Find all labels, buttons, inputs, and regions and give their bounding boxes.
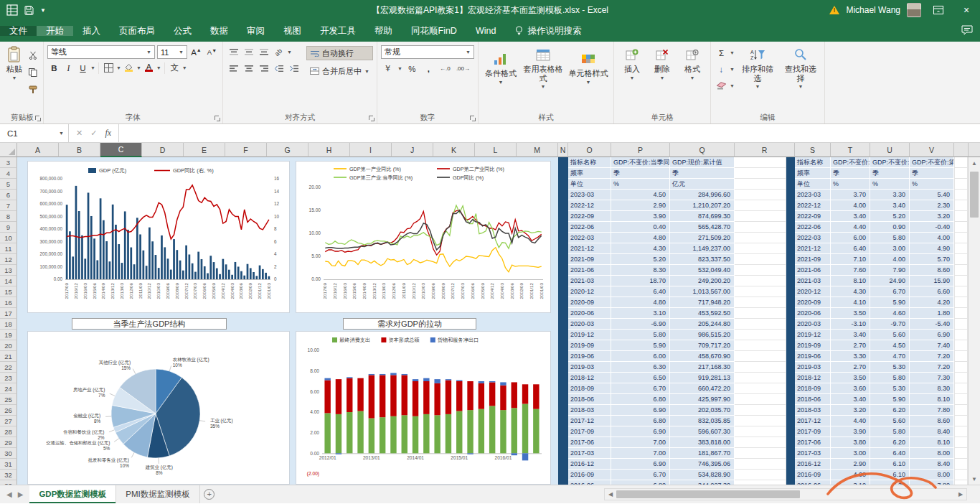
cell[interactable]: 8.40 — [910, 426, 954, 437]
ribbon-tab-4[interactable]: 公式 — [164, 26, 201, 36]
cell[interactable]: 4.00 — [831, 470, 870, 480]
row-header-20[interactable]: 20 — [0, 340, 17, 351]
increase-decimal-icon[interactable]: ←.0 — [438, 62, 452, 75]
chart-gdp-combo[interactable]: GDP (亿元)GDP同比 (右, %)0.00100,000.00200,00… — [27, 161, 290, 313]
cell[interactable]: 4.00 — [870, 254, 910, 265]
cell[interactable]: 4.60 — [870, 308, 910, 319]
cancel-entry-icon[interactable]: ✕ — [76, 129, 83, 138]
cell[interactable]: 6.30 — [611, 362, 670, 373]
ribbon-tab-9[interactable]: 帮助 — [365, 26, 402, 36]
cell[interactable]: 2020-06 — [568, 308, 611, 319]
cell[interactable]: 季 — [670, 168, 735, 179]
cell[interactable]: 5.20 — [611, 254, 670, 265]
row-header-15[interactable]: 15 — [0, 286, 17, 297]
vertical-scrollbar[interactable]: ▲ ▼ — [968, 157, 980, 485]
row-header-16[interactable]: 16 — [0, 297, 17, 308]
cell[interactable]: 596,607.30 — [670, 426, 735, 437]
cell[interactable]: GDP:不变价:第二产业 — [870, 157, 910, 168]
column-header-O[interactable]: O — [568, 143, 611, 157]
cell[interactable]: 2016-09 — [795, 470, 831, 480]
cell[interactable]: 2021-09 — [568, 254, 611, 265]
row-header-19[interactable]: 19 — [0, 330, 17, 340]
font-color-icon[interactable]: A — [142, 61, 156, 75]
cell[interactable]: 8.10 — [910, 394, 954, 405]
tell-me-search[interactable]: 操作说明搜索 — [515, 25, 581, 37]
row-header-9[interactable]: 9 — [0, 222, 17, 233]
scroll-left-icon[interactable]: ◀ — [605, 491, 616, 498]
cell[interactable]: 6.60 — [910, 286, 954, 297]
close-icon[interactable]: × — [956, 0, 977, 20]
cell[interactable]: 8.10 — [910, 437, 954, 448]
cell[interactable]: 3.20 — [831, 405, 870, 416]
cell[interactable]: 271,509.20 — [670, 233, 735, 243]
cell[interactable]: 2022-09 — [795, 211, 831, 222]
sheet-scroll-right-icon[interactable]: ▶ — [18, 490, 24, 498]
cell[interactable]: % — [870, 179, 910, 190]
cell[interactable]: 709,717.20 — [670, 340, 735, 351]
cell[interactable]: 3.90 — [831, 426, 870, 437]
cell[interactable]: 季 — [910, 168, 954, 179]
font-size-combo[interactable]: 11 ▼ — [157, 45, 187, 59]
cell[interactable]: 2017-12 — [795, 416, 831, 426]
column-header-N[interactable]: N — [558, 143, 568, 157]
save-icon[interactable] — [24, 6, 34, 15]
select-all-corner[interactable] — [0, 143, 17, 157]
cell[interactable]: 5.60 — [870, 416, 910, 426]
ribbon-tab-6[interactable]: 审阅 — [237, 26, 274, 36]
scroll-down-icon[interactable]: ▼ — [969, 473, 980, 485]
row-header-12[interactable]: 12 — [0, 254, 17, 265]
cell[interactable]: 8.60 — [910, 265, 954, 276]
cell[interactable]: 2016-12 — [795, 459, 831, 470]
paste-button[interactable]: 粘贴 ▼ — [5, 44, 24, 80]
fill-down-icon[interactable]: ↓ — [715, 62, 728, 76]
cell[interactable]: 6.80 — [611, 416, 670, 426]
align-top-icon[interactable] — [227, 45, 240, 59]
spreadsheet-grid[interactable]: GDP (亿元)GDP同比 (右, %)0.00100,000.00200,00… — [0, 157, 968, 485]
cell[interactable]: 2017-06 — [568, 437, 611, 448]
cell[interactable]: 202,035.70 — [670, 405, 735, 416]
row-header-10[interactable]: 10 — [0, 233, 17, 243]
ribbon-tab-7[interactable]: 视图 — [274, 26, 311, 36]
cell[interactable]: 2021-03 — [568, 276, 611, 286]
cell[interactable]: 3.40 — [870, 200, 910, 211]
cell[interactable]: 1,149,237.00 — [670, 243, 735, 254]
cell[interactable]: 季 — [870, 168, 910, 179]
cell[interactable]: 2020-12 — [568, 286, 611, 297]
confirm-entry-icon[interactable]: ✓ — [90, 129, 97, 138]
cell[interactable]: 2021-03 — [795, 276, 831, 286]
cell[interactable]: 2022-12 — [568, 200, 611, 211]
cell[interactable]: 1.80 — [910, 308, 954, 319]
cell[interactable]: 565,428.70 — [670, 222, 735, 233]
cell[interactable]: 2018-03 — [568, 405, 611, 416]
cell[interactable]: 2017-09 — [568, 426, 611, 437]
chart-industry-lines[interactable]: GDP第一产业同比 (%)GDP第二产业同比 (%)GDP第三产业:当季同比 (… — [296, 161, 551, 313]
ribbon-tab-1[interactable]: 开始 — [37, 26, 73, 36]
ribbon-display-options-icon[interactable] — [928, 0, 949, 20]
row-header-3[interactable]: 3 — [0, 157, 17, 168]
cell[interactable]: 874,699.30 — [670, 211, 735, 222]
cell[interactable]: 2016-12 — [568, 459, 611, 470]
column-header-T[interactable]: T — [831, 143, 870, 157]
row-header-32[interactable]: 32 — [0, 470, 17, 480]
cell[interactable]: 2020-09 — [568, 297, 611, 308]
cell[interactable]: 6.10 — [870, 459, 910, 470]
column-header-Q[interactable]: Q — [670, 143, 735, 157]
sheet-scroll-left-icon[interactable]: ◀ — [6, 490, 12, 498]
ribbon-tab-11[interactable]: Wind — [466, 26, 505, 36]
notification-warning-icon[interactable] — [829, 6, 839, 14]
conditional-formatting-button[interactable]: 条件格式 ▼ — [482, 48, 519, 85]
row-header-5[interactable]: 5 — [0, 179, 17, 190]
row-header-23[interactable]: 23 — [0, 373, 17, 383]
cell[interactable]: 3.20 — [910, 211, 954, 222]
cell[interactable]: 15.90 — [910, 276, 954, 286]
cell[interactable]: % — [910, 179, 954, 190]
cell[interactable]: 2021-12 — [568, 243, 611, 254]
row-header-18[interactable]: 18 — [0, 319, 17, 330]
cell[interactable]: 6.90 — [910, 330, 954, 340]
cell[interactable]: 7.40 — [910, 340, 954, 351]
column-header-B[interactable]: B — [59, 143, 100, 157]
cell[interactable]: 5.70 — [910, 254, 954, 265]
cell[interactable]: 5.30 — [870, 383, 910, 394]
cell[interactable]: 8.00 — [910, 448, 954, 459]
cell[interactable]: 2017-03 — [568, 448, 611, 459]
